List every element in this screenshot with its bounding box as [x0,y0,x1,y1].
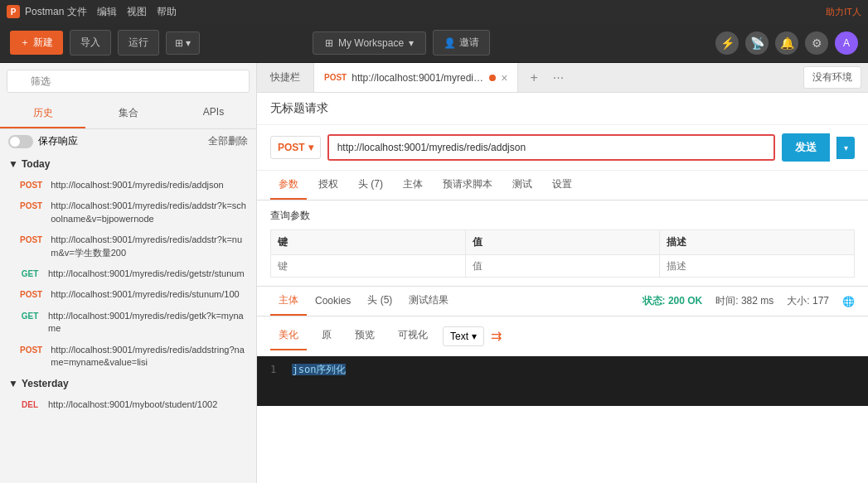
new-button[interactable]: ＋ 新建 [10,31,63,55]
table-row [271,255,855,278]
new-tab-button[interactable]: + [525,70,542,85]
bell-icon[interactable]: 🔔 [775,31,798,55]
col-desc-header: 描述 [660,230,855,255]
title-bar: P Postman 文件 编辑 视图 帮助 助力IT人 [0,0,868,23]
status-ok-badge: 状态: 200 OK [643,294,703,308]
run-button[interactable]: 运行 [118,30,159,56]
value-input[interactable] [473,260,653,272]
sidebar-search-area: 🔍 [0,63,256,99]
menu-file[interactable]: 文件 [67,5,87,19]
history-item[interactable]: GET http://localhost:9001/myredis/redis/… [0,263,256,284]
send-button[interactable]: 发送 [782,133,830,162]
method-selector[interactable]: POST ▾ [270,136,321,159]
format-preview[interactable]: 预览 [347,321,383,350]
subtab-tests[interactable]: 测试 [504,171,541,200]
method-post-badge: POST [17,200,46,211]
history-url: http://localhost:9001/myredis/redis/adds… [51,234,248,259]
subtab-pre-request[interactable]: 预请求脚本 [434,171,501,200]
request-tab[interactable]: POST http://localhost:9001/myredis/... × [314,63,518,92]
method-label: POST [278,142,305,153]
sidebar: 🔍 历史 集合 APIs 保存响应 全部删除 ▼ Today POST ht [0,63,257,483]
menu-view[interactable]: 视图 [127,5,147,19]
url-input-wrapper [327,134,775,161]
settings-icon[interactable]: ⚙ [805,31,828,55]
history-item[interactable]: DEL http://localhost:9001/myboot/student… [0,394,256,415]
desc-input[interactable] [667,260,847,272]
response-time: 时间: 382 ms [715,294,773,308]
history-item[interactable]: POST http://localhost:9001/myredis/redis… [0,284,256,305]
tab-url: http://localhost:9001/myredis/... [352,72,484,84]
chevron-down-icon: ▼ [8,158,18,170]
invite-button[interactable]: 👤 邀请 [433,30,490,56]
menu-bar: 文件 编辑 视图 帮助 [67,5,177,19]
resp-tab-headers[interactable]: 头 (5) [359,287,400,316]
more-tabs-button[interactable]: ··· [548,70,569,85]
format-type-label: Text [450,331,468,342]
chevron-down-icon: ▾ [409,37,414,49]
format-beautify[interactable]: 美化 [270,321,307,350]
workspace-selector: ⊞ My Workspace ▾ 👤 邀请 [313,30,490,56]
grid-button[interactable]: ⊞ ▾ [166,31,200,55]
quick-access-tab[interactable]: 快捷栏 [257,63,314,92]
search-input[interactable] [7,70,250,93]
col-value-header: 值 [465,230,660,255]
history-url: http://localhost:9001/myredis/redis/getk… [48,310,248,336]
import-button[interactable]: 导入 [70,30,111,56]
history-item[interactable]: POST http://localhost:9001/myredis/redis… [0,229,256,263]
avatar[interactable]: A [835,31,858,55]
history-url: http://localhost:9001/myredis/redis/stun… [51,288,239,301]
key-input[interactable] [278,260,458,272]
url-bar: POST ▾ 发送 ▾ [257,125,868,171]
satellite-icon[interactable]: 📡 [745,31,769,55]
no-environment-selector[interactable]: 没有环境 [803,66,861,89]
response-body: 1 json序列化 [257,356,868,406]
subtab-settings[interactable]: 设置 [544,171,580,200]
history-item[interactable]: GET http://localhost:9001/myredis/redis/… [0,306,256,340]
format-type-select[interactable]: Text ▾ [443,326,484,346]
tab-collections[interactable]: 集合 [85,99,171,128]
method-post-badge: POST [17,234,46,245]
search-wrapper: 🔍 [7,70,250,93]
history-item[interactable]: POST http://localhost:9001/myredis/redis… [0,196,256,229]
resp-tab-cookies[interactable]: Cookies [307,288,359,315]
subtab-params[interactable]: 参数 [270,171,307,200]
tab-dot [489,75,496,81]
history-group-today: ▼ Today [0,153,256,175]
url-input[interactable] [329,136,773,159]
user-icon: 👤 [444,37,456,49]
history-url: http://localhost:9001/myredis/redis/adds… [51,200,248,225]
query-params-title: 查询参数 [270,209,855,223]
tab-apis[interactable]: APIs [171,99,256,128]
grid-icon: ⊞ [175,37,183,49]
chevron-down-icon: ▾ [472,331,477,342]
request-title: 无标题请求 [257,93,868,125]
grid-small-icon: ⊞ [325,37,333,49]
tab-close-icon[interactable]: × [501,71,507,85]
wrap-icon[interactable]: ⇉ [491,328,502,344]
subtab-auth[interactable]: 授权 [310,171,347,200]
save-response-toggle[interactable] [8,135,33,148]
menu-help[interactable]: 帮助 [157,5,177,19]
resp-tab-test-results[interactable]: 测试结果 [400,287,457,316]
globe-icon[interactable]: 🌐 [842,296,855,307]
workspace-button[interactable]: ⊞ My Workspace ▾ [313,31,426,55]
format-visualize[interactable]: 可视化 [390,321,436,350]
resp-tab-body[interactable]: 主体 [270,287,307,316]
request-subtabs: 参数 授权 头 (7) 主体 预请求脚本 测试 设置 [257,171,868,200]
main-layout: 🔍 历史 集合 APIs 保存响应 全部删除 ▼ Today POST ht [0,63,868,483]
format-raw[interactable]: 原 [313,321,340,350]
tab-history[interactable]: 历史 [0,99,85,128]
history-item[interactable]: POST http://localhost:9001/myredis/redis… [0,175,256,196]
line-number: 1 [270,364,276,375]
menu-edit[interactable]: 编辑 [97,5,117,19]
json-content: json序列化 [292,364,346,375]
send-dropdown-button[interactable]: ▾ [836,137,855,159]
response-size: 大小: 177 [787,294,829,308]
subtab-headers[interactable]: 头 (7) [350,171,391,200]
subtab-body[interactable]: 主体 [395,171,431,200]
app-icon: P [7,5,20,18]
lightning-icon[interactable]: ⚡ [715,31,739,55]
history-item[interactable]: POST http://localhost:9001/myredis/redis… [0,340,256,374]
clear-button[interactable]: 全部删除 [208,134,248,148]
sidebar-controls: 保存响应 全部删除 [0,129,256,153]
